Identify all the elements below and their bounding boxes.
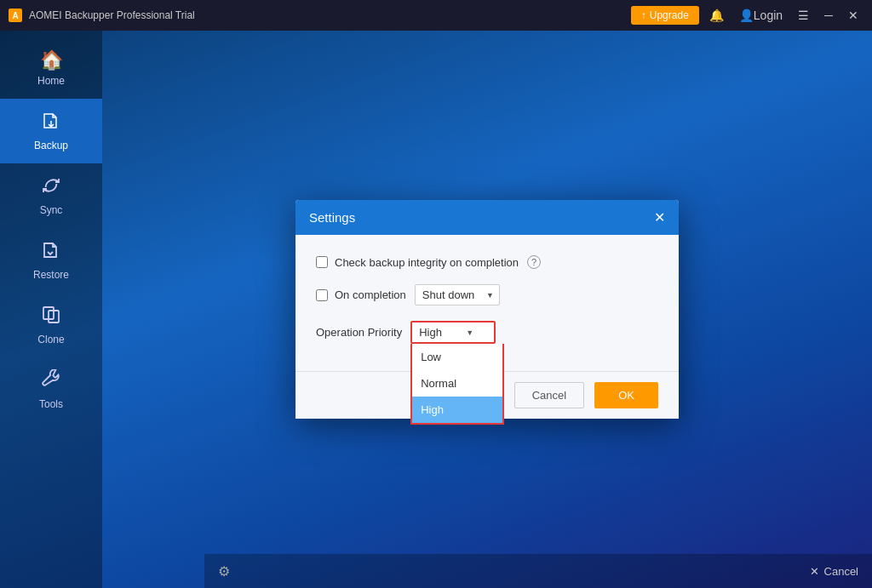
operation-priority-row: Operation Priority High Low Normal High xyxy=(316,321,658,344)
upgrade-button[interactable]: ↑ Upgrade xyxy=(631,6,699,25)
minimize-button[interactable]: ─ xyxy=(819,7,838,24)
dialog-body: Check backup integrity on completion ? O… xyxy=(295,235,679,371)
shutdown-select[interactable]: Shut down xyxy=(415,284,500,305)
menu-button[interactable]: ☰ xyxy=(793,7,814,24)
content-area: Settings ✕ Check backup integrity on com… xyxy=(102,31,872,588)
cancel-button[interactable]: Cancel xyxy=(514,382,584,408)
home-icon: 🏠 xyxy=(40,51,63,70)
on-completion-label[interactable]: On completion xyxy=(316,288,406,301)
priority-option-normal[interactable]: Normal xyxy=(412,370,502,397)
user-button[interactable]: 👤 Login xyxy=(734,7,788,24)
bottom-bar: ⚙ ✕ Cancel xyxy=(204,554,872,588)
bottom-cancel-button[interactable]: ✕ Cancel xyxy=(810,565,858,578)
title-bar-left: A AOMEI Backupper Professional Trial xyxy=(9,9,195,22)
check-integrity-text: Check backup integrity on completion xyxy=(335,256,519,269)
sidebar-item-backup[interactable]: Backup xyxy=(0,99,102,163)
priority-option-high[interactable]: High xyxy=(412,397,502,423)
operation-priority-label: Operation Priority xyxy=(316,326,402,339)
cancel-x-icon: ✕ xyxy=(810,565,819,578)
sidebar-item-sync[interactable]: Sync xyxy=(0,163,102,228)
sidebar-item-clone[interactable]: Clone xyxy=(0,293,102,357)
sidebar-label-clone: Clone xyxy=(37,334,64,345)
upgrade-icon: ↑ xyxy=(641,9,646,21)
upgrade-label: Upgrade xyxy=(650,9,689,21)
title-bar: A AOMEI Backupper Professional Trial ↑ U… xyxy=(0,0,872,31)
sidebar-item-home[interactable]: 🏠 Home xyxy=(0,39,102,99)
on-completion-row: On completion Shut down xyxy=(316,284,658,305)
login-label: Login xyxy=(754,9,783,22)
backup-icon xyxy=(41,111,61,134)
cancel-text: Cancel xyxy=(824,565,858,578)
app-title: AOMEI Backupper Professional Trial xyxy=(29,9,195,21)
on-completion-text: On completion xyxy=(335,288,406,301)
sidebar-item-restore[interactable]: Restore xyxy=(0,228,102,293)
tools-icon xyxy=(41,369,61,393)
sync-icon xyxy=(41,175,61,199)
main-layout: 🏠 Home Backup Sync xyxy=(0,31,872,588)
close-button[interactable]: ✕ xyxy=(843,7,863,24)
check-integrity-row: Check backup integrity on completion ? xyxy=(316,255,658,269)
sidebar-label-tools: Tools xyxy=(39,398,63,410)
priority-dropdown-list: Low Normal High xyxy=(410,344,504,425)
title-bar-right: ↑ Upgrade 🔔 👤 Login ☰ ─ ✕ xyxy=(631,6,863,25)
on-completion-checkbox[interactable] xyxy=(316,289,328,301)
dialog-title: Settings xyxy=(309,210,355,225)
shutdown-select-wrapper: Shut down xyxy=(415,284,500,305)
check-integrity-checkbox[interactable] xyxy=(316,256,328,268)
dialog-overlay: Settings ✕ Check backup integrity on com… xyxy=(102,31,872,588)
dialog-header: Settings ✕ xyxy=(295,200,679,235)
settings-dialog: Settings ✕ Check backup integrity on com… xyxy=(295,200,679,419)
sidebar-label-sync: Sync xyxy=(40,204,63,216)
priority-dropdown-wrapper: High Low Normal High xyxy=(410,321,496,344)
sidebar-item-tools[interactable]: Tools xyxy=(0,357,102,422)
priority-selected-value: High xyxy=(419,326,442,339)
ok-button[interactable]: OK xyxy=(594,382,658,408)
help-icon[interactable]: ? xyxy=(527,255,541,269)
check-integrity-label[interactable]: Check backup integrity on completion xyxy=(316,256,519,269)
dialog-close-button[interactable]: ✕ xyxy=(654,211,665,225)
restore-icon xyxy=(41,240,61,264)
gear-icon[interactable]: ⚙ xyxy=(218,563,230,579)
sidebar-label-home: Home xyxy=(37,75,65,87)
sidebar-label-restore: Restore xyxy=(33,269,69,281)
priority-select-box[interactable]: High xyxy=(410,321,496,344)
notification-button[interactable]: 🔔 xyxy=(704,7,729,24)
priority-option-low[interactable]: Low xyxy=(412,344,502,370)
sidebar: 🏠 Home Backup Sync xyxy=(0,31,102,588)
clone-icon xyxy=(41,305,61,328)
sidebar-label-backup: Backup xyxy=(34,140,68,151)
app-icon: A xyxy=(9,9,22,22)
